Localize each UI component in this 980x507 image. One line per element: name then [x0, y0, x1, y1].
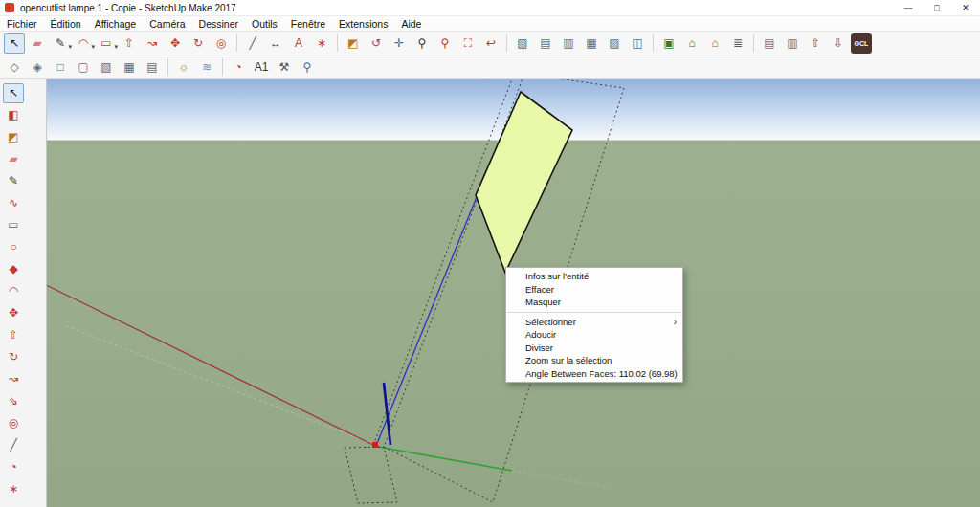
context-item-label: Effacer — [525, 284, 554, 295]
move-icon[interactable]: ✥ — [165, 33, 186, 54]
arc-icon[interactable]: ◠ — [3, 281, 24, 301]
view-right-icon[interactable]: ▦ — [581, 33, 602, 54]
protractor-icon[interactable]: ◔ — [3, 457, 24, 477]
axes-icon[interactable]: ∗ — [3, 479, 24, 499]
3d-warehouse-icon[interactable]: ⌂ — [704, 33, 725, 54]
style-textured-icon[interactable]: ▦ — [119, 57, 140, 77]
offset-icon[interactable]: ◎ — [211, 33, 232, 54]
push-pull-icon[interactable]: ⇧ — [119, 33, 140, 54]
dimension-icon[interactable]: ↔ — [265, 33, 286, 54]
menu-affichage[interactable]: Affichage — [88, 18, 144, 30]
follow-me-icon[interactable]: ↝ — [3, 369, 24, 389]
line-icon[interactable]: ✎▾ — [50, 33, 71, 54]
separator — [506, 34, 507, 52]
context-item-soften[interactable]: Adoucir — [506, 328, 682, 342]
context-item-angle-between-faces[interactable]: Angle Between Faces: 110.02 (69.98) — [506, 367, 682, 381]
make-component-icon[interactable]: ◧ — [3, 105, 24, 125]
rotate-icon[interactable]: ↻ — [3, 347, 24, 367]
menu-outils[interactable]: Outils — [245, 18, 284, 30]
rotate-icon[interactable]: ↻ — [188, 33, 209, 54]
style-monochrome-icon[interactable]: ▤ — [142, 57, 163, 77]
shapes-icon[interactable]: ▭▾ — [96, 33, 117, 54]
tape-measure-icon[interactable]: ╱ — [3, 435, 24, 455]
style-shaded-icon[interactable]: ▧ — [96, 57, 117, 77]
tools-utility-icon[interactable]: ⚒ — [274, 57, 295, 77]
tool-rail: ↖◧◩▰✎∿▭○◆◠✥⇧↻↝⇘◎╱◔∗↔AA+▣↺✛⚲⚲⛶↩⚇◉∴ — [0, 79, 47, 507]
zoom-window-icon[interactable]: ⚲ — [434, 33, 456, 54]
context-item-label: Masquer — [525, 297, 561, 307]
menu-aide[interactable]: Aide — [394, 18, 428, 30]
view-top-icon[interactable]: ▤ — [535, 33, 556, 54]
rectangle-icon[interactable]: ▭ — [3, 215, 24, 235]
selected-face[interactable] — [476, 92, 572, 273]
view-left-icon[interactable]: ◫ — [627, 33, 648, 54]
ocl-import-icon[interactable]: ⇧ — [805, 33, 826, 54]
previous-view-icon[interactable]: ↩ — [480, 33, 501, 54]
protractor-icon[interactable]: ◔ — [228, 57, 249, 77]
context-item-erase[interactable]: Effacer — [506, 283, 682, 297]
zoom-extents-icon[interactable]: ⛶ — [457, 33, 479, 54]
extension-warehouse-icon[interactable]: ≣ — [727, 33, 748, 54]
menu-fenetre[interactable]: Fenêtre — [284, 18, 332, 30]
circle-icon[interactable]: ○ — [3, 237, 24, 257]
dimension-a1-icon[interactable]: A1 — [251, 57, 272, 77]
select-icon[interactable]: ↖ — [4, 33, 25, 54]
ocl-materials-icon[interactable]: ▥ — [782, 33, 803, 54]
zoom-selection-tool-icon[interactable]: ⚲ — [297, 57, 318, 77]
menu-camera[interactable]: Caméra — [143, 18, 191, 30]
paint-bucket-icon[interactable]: ◩ — [343, 33, 364, 54]
context-item-zoom-selection[interactable]: Zoom sur la sélection — [506, 354, 682, 367]
style-wireframe-icon[interactable]: □ — [50, 57, 71, 77]
zoom-icon[interactable]: ⚲ — [412, 33, 433, 54]
select-icon[interactable]: ↖ — [3, 83, 24, 103]
style-back-edges-icon[interactable]: ◈ — [27, 57, 48, 77]
menu-edition[interactable]: Édition — [44, 18, 88, 30]
orbit-icon[interactable]: ↺ — [366, 33, 387, 54]
menu-extensions[interactable]: Extensions — [332, 18, 394, 30]
maximize-button[interactable]: □ — [923, 0, 951, 15]
ocl-export-icon[interactable]: ⇩ — [828, 33, 849, 54]
context-item-label: Diviser — [525, 342, 553, 353]
context-item-select[interactable]: Sélectionner› — [506, 316, 682, 329]
push-pull-icon[interactable]: ⇧ — [3, 325, 24, 345]
eraser-icon[interactable]: ▰ — [27, 33, 48, 54]
style-hidden-line-icon[interactable]: ▢ — [73, 57, 94, 77]
view-front-icon[interactable]: ▥ — [558, 33, 579, 54]
eraser-icon[interactable]: ▰ — [3, 149, 24, 169]
view-iso-icon[interactable]: ▧ — [512, 33, 533, 54]
section-plane-icon[interactable]: ▣ — [658, 33, 679, 54]
arc-icon[interactable]: ◠▾ — [73, 33, 94, 54]
submenu-arrow-icon: › — [674, 316, 677, 329]
freehand-icon[interactable]: ∿ — [3, 193, 24, 213]
close-button[interactable]: ✕ — [951, 0, 980, 15]
paint-bucket-icon[interactable]: ◩ — [3, 127, 24, 147]
context-item-divide[interactable]: Diviser — [506, 342, 682, 355]
pan-icon[interactable]: ✛ — [389, 33, 410, 54]
line-icon[interactable]: ✎ — [3, 171, 24, 191]
style-xray-icon[interactable]: ◇ — [4, 57, 25, 77]
menu-fichier[interactable]: Fichier — [0, 18, 44, 30]
window-title: opencutlist lampe 1 - Copie - SketchUp M… — [20, 3, 894, 13]
tape-measure-icon[interactable]: ╱ — [242, 33, 263, 54]
green-axis — [378, 447, 512, 471]
opencutlist-icon[interactable]: OCL — [851, 33, 872, 54]
separator — [222, 58, 223, 76]
polygon-icon[interactable]: ◆ — [3, 259, 24, 279]
offset-icon[interactable]: ◎ — [3, 413, 24, 433]
menu-dessiner[interactable]: Dessiner — [192, 18, 245, 30]
origin-marker — [372, 442, 378, 448]
move-icon[interactable]: ✥ — [3, 303, 24, 323]
ocl-cutlist-icon[interactable]: ▤ — [759, 33, 780, 54]
context-item-hide[interactable]: Masquer — [506, 296, 682, 309]
shadows-icon[interactable]: ☼ — [173, 57, 194, 77]
view-back-icon[interactable]: ▨ — [604, 33, 625, 54]
follow-me-icon[interactable]: ↝ — [142, 33, 163, 54]
add-location-icon[interactable]: ⌂ — [681, 33, 702, 54]
axes-icon[interactable]: ∗ — [311, 33, 332, 54]
minimize-button[interactable]: — — [894, 0, 923, 15]
text-icon[interactable]: A — [288, 33, 309, 54]
dimension-icon[interactable]: ↔ — [3, 501, 24, 507]
fog-icon[interactable]: ≋ — [196, 57, 217, 77]
context-item-entity-info[interactable]: Infos sur l'entité — [506, 270, 682, 283]
scale-icon[interactable]: ⇘ — [3, 391, 24, 411]
